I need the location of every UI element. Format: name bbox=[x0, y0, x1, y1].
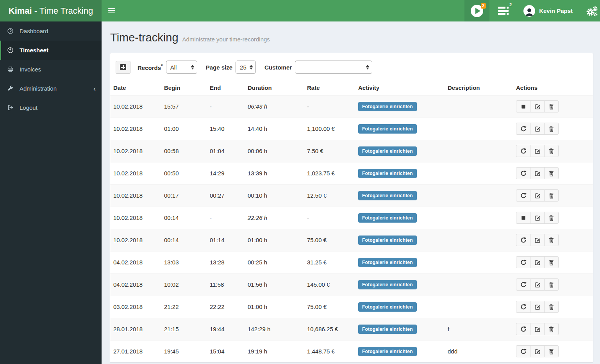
activity-badge[interactable]: Fotogalerie einrichten bbox=[358, 258, 417, 267]
sidebar-item-invoices[interactable]: Invoices bbox=[0, 60, 102, 79]
edit-button[interactable] bbox=[530, 323, 545, 335]
activity-badge[interactable]: Fotogalerie einrichten bbox=[358, 302, 417, 312]
edit-button[interactable] bbox=[530, 345, 545, 357]
sidebar-item-dashboard[interactable]: Dashboard bbox=[0, 21, 102, 41]
edit-button[interactable] bbox=[530, 100, 545, 112]
restart-button[interactable] bbox=[516, 123, 530, 135]
gears-icon[interactable] bbox=[580, 0, 600, 21]
restart-button[interactable] bbox=[516, 256, 530, 268]
delete-button[interactable] bbox=[544, 100, 559, 112]
activity-badge[interactable]: Fotogalerie einrichten bbox=[358, 213, 417, 223]
chevron-left-icon: ‹ bbox=[93, 86, 96, 91]
rate-cell: 1,100.00 € bbox=[304, 118, 355, 140]
rate-cell: 7.50 € bbox=[304, 140, 355, 162]
delete-button[interactable] bbox=[544, 212, 559, 224]
restart-button[interactable] bbox=[516, 301, 530, 313]
restart-button[interactable] bbox=[516, 145, 530, 157]
restart-button[interactable] bbox=[516, 189, 530, 202]
edit-button[interactable] bbox=[530, 234, 545, 246]
activity-badge[interactable]: Fotogalerie einrichten bbox=[358, 280, 417, 289]
activity-badge[interactable]: Fotogalerie einrichten bbox=[358, 236, 417, 245]
restart-button[interactable] bbox=[516, 323, 530, 335]
restart-button[interactable] bbox=[516, 278, 530, 291]
delete-button[interactable] bbox=[544, 345, 559, 357]
edit-icon bbox=[534, 304, 541, 310]
actions-cell bbox=[513, 296, 593, 318]
date-cell: 10.02.2018 bbox=[110, 207, 161, 229]
end-cell: 19:44 bbox=[207, 318, 245, 340]
activity-badge[interactable]: Fotogalerie einrichten bbox=[358, 102, 417, 111]
records-filter-select[interactable]: All bbox=[166, 61, 197, 74]
active-records-button[interactable]: 2 bbox=[489, 7, 516, 15]
app-logo[interactable]: Kimai - Time Tracking bbox=[0, 0, 102, 21]
activity-badge[interactable]: Fotogalerie einrichten bbox=[358, 347, 417, 356]
delete-button[interactable] bbox=[544, 234, 559, 246]
start-timer-button[interactable]: 2 bbox=[464, 0, 489, 21]
restart-button[interactable] bbox=[516, 345, 530, 357]
begin-cell: 19:45 bbox=[161, 340, 207, 362]
edit-button[interactable] bbox=[530, 145, 545, 157]
edit-icon bbox=[534, 170, 541, 177]
timesheet-row: 10.02.201800:5801:0400:06 h7.50 €Fotogal… bbox=[110, 140, 593, 162]
repeat-icon bbox=[520, 282, 527, 288]
edit-button[interactable] bbox=[530, 189, 545, 202]
edit-button[interactable] bbox=[530, 212, 545, 224]
customer-label: Customer bbox=[264, 64, 292, 71]
duration-cell: 06:43 h bbox=[245, 95, 304, 118]
stop-icon bbox=[521, 215, 526, 221]
date-cell: 03.02.2018 bbox=[110, 296, 161, 318]
actions-cell bbox=[513, 118, 593, 140]
restart-button[interactable] bbox=[516, 234, 530, 246]
records-label: Records* bbox=[138, 63, 163, 71]
delete-button[interactable] bbox=[544, 256, 559, 268]
timesheet-row: 27.01.201819:4515:0419:19 h1,448.75 €Fot… bbox=[110, 340, 593, 362]
sidebar-item-timesheet[interactable]: Timesheet bbox=[0, 41, 102, 60]
actions-cell bbox=[513, 95, 593, 118]
activity-badge[interactable]: Fotogalerie einrichten bbox=[358, 325, 417, 334]
sidebar-item-administration[interactable]: Administration‹ bbox=[0, 79, 102, 98]
timesheet-row: 10.02.201800:1401:1401:00 h75.00 €Fotoga… bbox=[110, 229, 593, 251]
delete-button[interactable] bbox=[544, 189, 559, 202]
activity-badge[interactable]: Fotogalerie einrichten bbox=[358, 169, 417, 178]
edit-button[interactable] bbox=[530, 301, 545, 313]
sidebar-item-logout[interactable]: Logout bbox=[0, 98, 102, 117]
actions-cell bbox=[513, 162, 593, 184]
date-cell: 10.02.2018 bbox=[110, 162, 161, 184]
edit-button[interactable] bbox=[530, 256, 545, 268]
user-avatar bbox=[523, 5, 535, 17]
trash-icon bbox=[548, 215, 554, 221]
delete-button[interactable] bbox=[544, 301, 559, 313]
stop-button[interactable] bbox=[516, 212, 530, 224]
restart-button[interactable] bbox=[516, 167, 530, 179]
rate-cell: - bbox=[304, 95, 355, 118]
trash-icon bbox=[548, 170, 554, 177]
trash-icon bbox=[548, 103, 554, 110]
delete-button[interactable] bbox=[544, 123, 559, 135]
user-menu[interactable]: Kevin Papst bbox=[516, 5, 580, 17]
begin-cell: 15:57 bbox=[161, 95, 207, 118]
menu-icon[interactable] bbox=[102, 0, 121, 21]
trash-icon bbox=[548, 304, 554, 310]
edit-button[interactable] bbox=[530, 123, 545, 135]
column-header-begin: Begin bbox=[161, 80, 207, 95]
page-size-select[interactable]: 25 bbox=[236, 61, 256, 74]
activity-cell: Fotogalerie einrichten bbox=[355, 140, 445, 162]
activity-cell: Fotogalerie einrichten bbox=[355, 340, 445, 362]
delete-button[interactable] bbox=[544, 278, 559, 291]
edit-button[interactable] bbox=[530, 278, 545, 291]
delete-button[interactable] bbox=[544, 145, 559, 157]
add-record-button[interactable] bbox=[116, 61, 130, 74]
begin-cell: 00:14 bbox=[161, 229, 207, 251]
customer-select[interactable] bbox=[295, 61, 372, 74]
edit-button[interactable] bbox=[530, 167, 545, 179]
description-cell bbox=[445, 251, 513, 273]
delete-button[interactable] bbox=[544, 323, 559, 335]
activity-badge[interactable]: Fotogalerie einrichten bbox=[358, 146, 417, 156]
delete-button[interactable] bbox=[544, 167, 559, 179]
activity-badge[interactable]: Fotogalerie einrichten bbox=[358, 191, 417, 200]
edit-icon bbox=[534, 326, 541, 332]
stop-button[interactable] bbox=[516, 100, 530, 112]
activity-badge[interactable]: Fotogalerie einrichten bbox=[358, 124, 417, 134]
date-cell: 04.02.2018 bbox=[110, 251, 161, 273]
wrench-icon bbox=[1, 85, 20, 92]
